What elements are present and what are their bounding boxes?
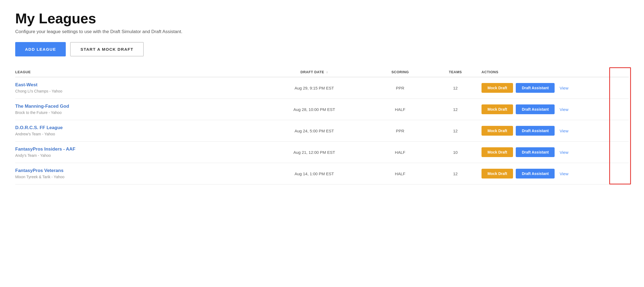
col-header-league: LEAGUE [15,67,261,77]
league-sub: Mixon Tyreek & Tarik - Yahoo [15,175,64,179]
actions-cell: Mock Draft Draft Assistant View [482,147,626,157]
teams-cell: 10 [432,142,482,163]
league-name-link[interactable]: D.O.R.C.S. FF League [15,125,257,130]
mock-draft-button[interactable]: Mock Draft [482,169,513,178]
draft-date-cell: Aug 21, 12:00 PM EST [261,142,371,163]
sort-arrow-icon: ↑ [326,71,328,74]
actions-cell: Mock Draft Draft Assistant View [482,104,626,114]
add-league-button[interactable]: ADD LEAGUE [15,42,66,56]
table-row: East-West Chong Li's Champs - Yahoo Aug … [15,77,629,99]
view-button[interactable]: View [557,85,570,91]
page-title: My Leagues [15,11,629,26]
draft-date-cell: Aug 24, 5:00 PM EST [261,120,371,142]
mock-draft-button[interactable]: Mock Draft [482,126,513,136]
draft-date-cell: Aug 14, 1:00 PM EST [261,163,371,184]
col-header-draft-date[interactable]: DRAFT DATE ↑ [261,67,371,77]
draft-assistant-button[interactable]: Draft Assistant [516,147,555,157]
teams-cell: 12 [432,163,482,184]
mock-draft-button[interactable]: Mock Draft [482,147,513,157]
table-row: FantasyPros Insiders - AAF Andy's Team -… [15,142,629,163]
start-mock-draft-button[interactable]: START A MOCK DRAFT [70,42,144,56]
league-name-link[interactable]: The Manning-Faced God [15,104,257,109]
league-sub: Chong Li's Champs - Yahoo [15,89,62,93]
scoring-cell: HALF [371,163,433,184]
league-name-link[interactable]: FantasyPros Insiders - AAF [15,146,257,152]
scoring-cell: PPR [371,120,433,142]
draft-assistant-button[interactable]: Draft Assistant [516,169,555,178]
table-row: The Manning-Faced God Brock to the Futur… [15,99,629,120]
table-row: D.O.R.C.S. FF League Andrew's Team - Yah… [15,120,629,142]
draft-assistant-button[interactable]: Draft Assistant [516,83,555,93]
actions-cell: Mock Draft Draft Assistant View [482,169,626,178]
league-name-link[interactable]: East-West [15,82,257,88]
col-header-teams: TEAMS [432,67,482,77]
view-button[interactable]: View [557,106,570,113]
view-button[interactable]: View [557,127,570,134]
col-header-actions: ACTIONS [482,67,629,77]
leagues-table: LEAGUE DRAFT DATE ↑ SCORING TEAMS ACTION… [15,67,629,184]
actions-cell: Mock Draft Draft Assistant View [482,83,626,93]
league-sub: Andrew's Team - Yahoo [15,132,55,136]
mock-draft-button[interactable]: Mock Draft [482,83,513,93]
leagues-table-container: LEAGUE DRAFT DATE ↑ SCORING TEAMS ACTION… [15,67,629,184]
league-sub: Brock to the Future - Yahoo [15,110,62,115]
teams-cell: 12 [432,77,482,99]
action-buttons: ADD LEAGUE START A MOCK DRAFT [15,42,629,56]
scoring-cell: PPR [371,77,433,99]
draft-assistant-button[interactable]: Draft Assistant [516,104,555,114]
draft-date-cell: Aug 28, 10:00 PM EST [261,99,371,120]
teams-cell: 12 [432,120,482,142]
draft-date-cell: Aug 29, 9:15 PM EST [261,77,371,99]
league-sub: Andy's Team - Yahoo [15,153,51,158]
col-header-scoring: SCORING [371,67,433,77]
table-row: FantasyPros Veterans Mixon Tyreek & Tari… [15,163,629,184]
view-button[interactable]: View [557,149,570,156]
page-subtitle: Configure your league settings to use wi… [15,29,629,34]
draft-assistant-button[interactable]: Draft Assistant [516,126,555,136]
view-button[interactable]: View [557,170,570,177]
scoring-cell: HALF [371,142,433,163]
actions-cell: Mock Draft Draft Assistant View [482,126,626,136]
teams-cell: 12 [432,99,482,120]
scoring-cell: HALF [371,99,433,120]
mock-draft-button[interactable]: Mock Draft [482,104,513,114]
league-name-link[interactable]: FantasyPros Veterans [15,168,257,173]
